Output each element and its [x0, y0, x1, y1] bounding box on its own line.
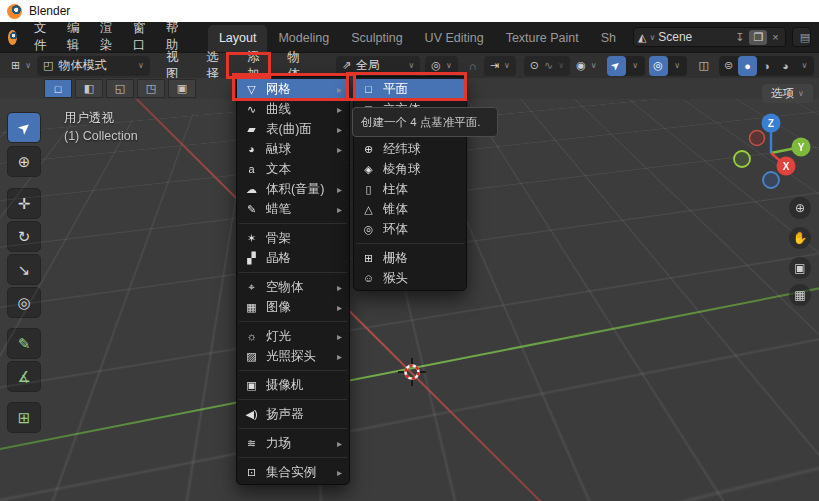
gizmo-dropdown[interactable]: ∨ [626, 56, 645, 76]
submenu-arrow-icon: ▸ [337, 144, 342, 155]
mesh-item-torus[interactable]: ◎ 环体 [354, 219, 466, 239]
pan-hand-icon: ✋ [793, 231, 808, 245]
add-menu-item-metaball[interactable]: ◕ 融球 ▸ [237, 139, 349, 159]
mesh-item-uv-sphere[interactable]: ⊕ 经纬球 [354, 139, 466, 159]
mesh-item-cylinder[interactable]: ▯ 柱体 [354, 179, 466, 199]
tab-sculpting[interactable]: Sculpting [340, 25, 413, 52]
add-menu-item-speaker[interactable]: ◀) 扬声器 [237, 404, 349, 424]
add-menu-item-grease-pencil[interactable]: ✎ 蜡笔 ▸ [237, 199, 349, 219]
tool-cursor[interactable]: ⊕ [7, 146, 41, 177]
select-mode-new[interactable]: □ [44, 79, 72, 98]
add-menu-item-image[interactable]: ▦ 图像 ▸ [237, 297, 349, 317]
chevron-down-icon: ∨ [674, 61, 680, 70]
tool-transform[interactable]: ◎ [7, 287, 41, 318]
add-menu-item-curve[interactable]: ∿ 曲线 ▸ [237, 99, 349, 119]
show-gizmo-toggle[interactable]: ➤ [607, 56, 626, 76]
tool-add-cube[interactable]: ⊞ [7, 402, 41, 433]
mesh-item-ico-sphere[interactable]: ◈ 棱角球 [354, 159, 466, 179]
editor-type-button[interactable]: ⊞ ∨ [5, 56, 37, 76]
overlays-icon: ◎ [653, 59, 663, 72]
add-menu-item-empty[interactable]: ⌖ 空物体 ▸ [237, 277, 349, 297]
transform-icon: ◎ [17, 294, 30, 312]
tab-uv-editing[interactable]: UV Editing [414, 25, 495, 52]
submenu-arrow-icon: ▸ [337, 204, 342, 215]
add-menu-item-armature[interactable]: ✶ 骨架 [237, 228, 349, 248]
gizmo-z-label: Z [768, 118, 774, 129]
pan-view-button[interactable]: ✋ [789, 227, 811, 249]
proportional-edit-toggle[interactable]: ⊙ ∿ ∨ [524, 56, 570, 76]
shading-dropdown[interactable]: ∨ [795, 56, 814, 76]
add-menu-item-collection-instance[interactable]: ⊡ 集合实例 ▸ [237, 462, 349, 482]
tab-shading-truncated[interactable]: Sh [590, 25, 627, 52]
zoom-view-button[interactable]: ⊕ [789, 197, 811, 219]
force-field-icon: ≋ [244, 437, 259, 450]
xray-toggle[interactable]: ◫ [693, 56, 715, 76]
select-mode-extend[interactable]: ◧ [75, 79, 103, 98]
camera-icon: ▣ [244, 379, 259, 392]
select-mode-invert[interactable]: ◳ [137, 79, 165, 98]
3d-cursor [398, 358, 426, 386]
mesh-item-monkey[interactable]: ☺ 猴头 [354, 268, 466, 288]
rotate-icon: ↻ [18, 228, 31, 246]
add-menu-item-force-field[interactable]: ≋ 力场 ▸ [237, 433, 349, 453]
tool-select-box[interactable]: ➤ [7, 112, 41, 143]
tooltip: 创建一个 4 点基准平面. [352, 107, 498, 137]
options-button[interactable]: 选项 ∨ [762, 84, 813, 103]
tool-rotate[interactable]: ↻ [7, 221, 41, 252]
new-scene-icon[interactable]: ❐ [749, 30, 767, 45]
blender-app-menu-icon[interactable] [8, 30, 17, 45]
annotate-pencil-icon: ✎ [18, 335, 31, 353]
tab-texture-paint[interactable]: Texture Paint [495, 25, 590, 52]
material-preview-icon: ◑ [763, 60, 770, 72]
add-menu: ▽ 网格 ▸ ∿ 曲线 ▸ ▰ 表(曲)面 ▸ ◕ 融球 ▸ a 文本 ☁ 体积… [236, 76, 350, 485]
mesh-item-grid[interactable]: ⊞ 栅格 [354, 248, 466, 268]
snap-target-dropdown[interactable]: ⇥ ∨ [484, 56, 516, 76]
mode-dropdown[interactable]: ◰ 物体模式 ∨ [37, 56, 150, 76]
options-label: 选项 [771, 86, 794, 101]
overlays-dropdown[interactable]: ∨ [668, 56, 687, 76]
shading-solid-button[interactable]: ● [738, 56, 757, 76]
blender-logo-icon [7, 4, 22, 19]
uv-sphere-icon: ⊕ [361, 143, 376, 156]
pin-icon[interactable]: ↧ [733, 31, 746, 44]
gizmo-toggle-group: ➤ ∨ [607, 56, 645, 76]
camera-view-button[interactable]: ▣ [789, 257, 811, 279]
navigation-gizmo[interactable]: Z Y X [726, 108, 816, 194]
select-mode-intersect[interactable]: ▣ [168, 79, 196, 98]
shading-wireframe-button[interactable]: ⊜ [719, 56, 738, 76]
tool-scale[interactable]: ↘ [7, 254, 41, 285]
shading-rendered-button[interactable]: ◕ [776, 56, 795, 76]
add-menu-item-camera[interactable]: ▣ 摄像机 [237, 375, 349, 395]
menu-separator [239, 272, 347, 273]
menu-separator [239, 457, 347, 458]
close-icon[interactable]: × [770, 31, 780, 43]
add-menu-item-lattice[interactable]: ▞ 晶格 [237, 248, 349, 268]
selectability-visibility-dropdown[interactable]: ◉ ∨ [570, 56, 602, 76]
mesh-item-cone[interactable]: △ 锥体 [354, 199, 466, 219]
grease-pencil-icon: ✎ [244, 203, 259, 216]
view-layer-selector[interactable]: ▤ [792, 27, 811, 47]
add-menu-item-light-probe[interactable]: ▨ 光照探头 ▸ [237, 346, 349, 366]
shading-mode-group: ⊜ ● ◑ ◕ ∨ [719, 56, 814, 76]
shading-material-button[interactable]: ◑ [757, 56, 776, 76]
add-menu-item-surface[interactable]: ▰ 表(曲)面 ▸ [237, 119, 349, 139]
tool-move[interactable]: ✛ [7, 188, 41, 219]
orthographic-toggle-button[interactable]: ▦ [789, 284, 811, 306]
overlays-toggle-group: ◎ ∨ [649, 56, 687, 76]
wireframe-icon: ⊜ [724, 59, 733, 72]
show-overlays-toggle[interactable]: ◎ [649, 56, 668, 76]
object-mode-icon: ◰ [43, 59, 53, 72]
chevron-down-icon[interactable]: ∨ [649, 33, 655, 42]
add-menu-item-text[interactable]: a 文本 [237, 159, 349, 179]
tool-measure[interactable]: ∡ [7, 361, 41, 392]
scene-selector[interactable]: ◭ ∨ Scene ↧ ❐ × [633, 27, 786, 47]
tool-annotate[interactable]: ✎ [7, 328, 41, 359]
view-layer-icon: ▤ [798, 31, 811, 44]
add-menu-item-volume[interactable]: ☁ 体积(音量) ▸ [237, 179, 349, 199]
move-icon: ✛ [18, 195, 31, 213]
select-mode-subtract[interactable]: ◱ [106, 79, 134, 98]
add-menu-item-light[interactable]: ☼ 灯光 ▸ [237, 326, 349, 346]
scene-name[interactable]: Scene [658, 30, 730, 44]
select-intersect-icon: ▣ [177, 82, 187, 95]
lattice-icon: ▞ [244, 252, 259, 265]
